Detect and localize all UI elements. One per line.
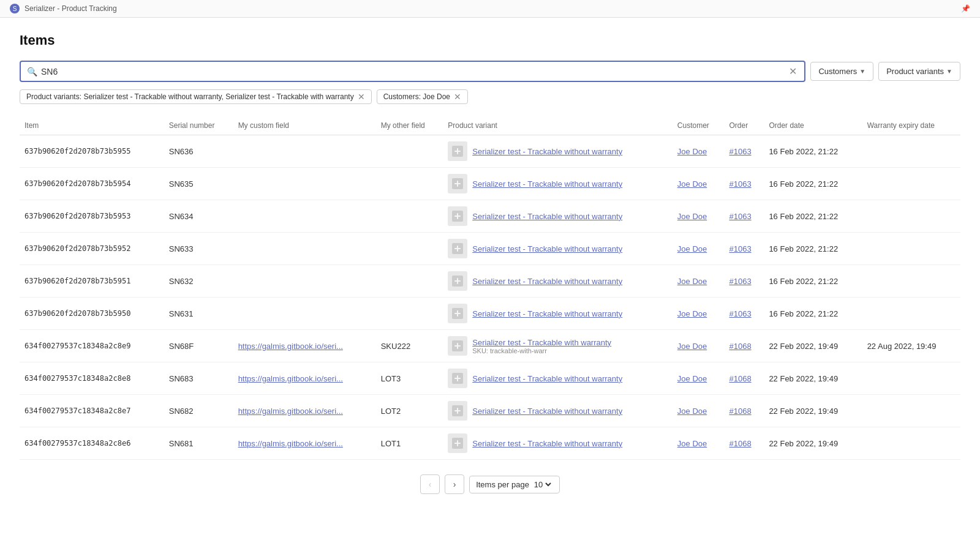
customers-tag-text: Customers: Joe Doe bbox=[383, 92, 450, 101]
cell-warranty bbox=[862, 427, 960, 460]
order-link[interactable]: #1068 bbox=[729, 374, 751, 383]
cell-customer: Joe Doe bbox=[673, 427, 725, 460]
custom-field-link[interactable]: https://galmis.gitbook.io/seri... bbox=[238, 342, 343, 351]
order-link[interactable]: #1068 bbox=[729, 407, 751, 416]
product-variant-name[interactable]: Serializer test - Trackable without warr… bbox=[472, 179, 622, 189]
cell-other-field: SKU222 bbox=[376, 330, 443, 362]
order-link[interactable]: #1063 bbox=[729, 277, 751, 286]
customers-filter-label: Customers bbox=[818, 67, 857, 76]
product-variant-name[interactable]: Serializer test - Trackable without warr… bbox=[472, 407, 622, 416]
customer-link[interactable]: Joe Doe bbox=[677, 147, 707, 156]
product-variant-name[interactable]: Serializer test - Trackable without warr… bbox=[472, 374, 622, 383]
col-order: Order bbox=[724, 116, 764, 135]
cell-custom-field[interactable]: https://galmis.gitbook.io/seri... bbox=[233, 395, 376, 427]
customer-link[interactable]: Joe Doe bbox=[677, 439, 707, 448]
cell-product-variant: Serializer test - Trackable without warr… bbox=[443, 168, 673, 200]
order-link[interactable]: #1063 bbox=[729, 212, 751, 221]
table-row: 637b90620f2d2078b73b5951SN632 Serializer… bbox=[20, 265, 960, 298]
product-thumbnail bbox=[448, 239, 467, 258]
cell-warranty: 22 Aug 2022, 19:49 bbox=[862, 330, 960, 362]
product-variant-name[interactable]: Serializer test - Trackable without warr… bbox=[472, 439, 622, 448]
customer-link[interactable]: Joe Doe bbox=[677, 342, 707, 351]
cell-other-field bbox=[376, 168, 443, 200]
table-header: Item Serial number My custom field My ot… bbox=[20, 116, 960, 135]
remove-product-variants-tag-button[interactable]: ✕ bbox=[358, 92, 365, 101]
customer-link[interactable]: Joe Doe bbox=[677, 212, 707, 221]
product-variant-name[interactable]: Serializer test - Trackable without warr… bbox=[472, 244, 622, 253]
product-variants-tag: Product variants: Serializer test - Trac… bbox=[20, 89, 372, 104]
cell-serial: SN631 bbox=[164, 298, 233, 330]
custom-field-link[interactable]: https://galmis.gitbook.io/seri... bbox=[238, 407, 343, 416]
product-variant-name[interactable]: Serializer test - Trackable with warrant… bbox=[472, 338, 611, 347]
cell-product-variant: Serializer test - Trackable without warr… bbox=[443, 265, 673, 298]
prev-page-button[interactable]: ‹ bbox=[420, 474, 440, 494]
cell-custom-field bbox=[233, 265, 376, 298]
title-bar: S Serializer - Product Tracking 📌 bbox=[0, 0, 980, 18]
product-variants-filter-button[interactable]: Product variants ▼ bbox=[878, 62, 960, 81]
items-per-page-select[interactable]: 10 25 50 bbox=[532, 479, 553, 490]
cell-item: 637b90620f2d2078b73b5951 bbox=[20, 265, 164, 298]
customers-filter-button[interactable]: Customers ▼ bbox=[810, 62, 873, 81]
customer-link[interactable]: Joe Doe bbox=[677, 407, 707, 416]
cell-custom-field[interactable]: https://galmis.gitbook.io/seri... bbox=[233, 427, 376, 460]
cell-serial: SN632 bbox=[164, 265, 233, 298]
cell-customer: Joe Doe bbox=[673, 233, 725, 265]
next-page-button[interactable]: › bbox=[445, 474, 464, 494]
pagination: ‹ › Items per page 10 25 50 bbox=[20, 474, 960, 494]
cell-customer: Joe Doe bbox=[673, 135, 725, 168]
order-link[interactable]: #1063 bbox=[729, 244, 751, 253]
product-variant-name[interactable]: Serializer test - Trackable without warr… bbox=[472, 309, 622, 318]
clear-search-button[interactable]: ✕ bbox=[788, 66, 798, 77]
cell-order-date: 16 Feb 2022, 21:22 bbox=[764, 168, 862, 200]
pin-icon[interactable]: 📌 bbox=[961, 4, 970, 13]
cell-product-variant: Serializer test - Trackable without warr… bbox=[443, 298, 673, 330]
custom-field-link[interactable]: https://galmis.gitbook.io/seri... bbox=[238, 439, 343, 448]
cell-serial: SN683 bbox=[164, 362, 233, 395]
order-link[interactable]: #1068 bbox=[729, 439, 751, 448]
cell-other-field bbox=[376, 298, 443, 330]
custom-field-link[interactable]: https://galmis.gitbook.io/seri... bbox=[238, 374, 343, 383]
cell-other-field: LOT1 bbox=[376, 427, 443, 460]
cell-serial: SN682 bbox=[164, 395, 233, 427]
chevron-down-icon: ▼ bbox=[859, 68, 865, 75]
order-link[interactable]: #1063 bbox=[729, 309, 751, 318]
product-variant-name[interactable]: Serializer test - Trackable without warr… bbox=[472, 212, 622, 221]
search-icon: 🔍 bbox=[27, 67, 37, 77]
cell-serial: SN634 bbox=[164, 200, 233, 233]
cell-warranty bbox=[862, 233, 960, 265]
cell-item: 637b90620f2d2078b73b5950 bbox=[20, 298, 164, 330]
customer-link[interactable]: Joe Doe bbox=[677, 244, 707, 253]
cell-custom-field bbox=[233, 168, 376, 200]
cell-order-date: 16 Feb 2022, 21:22 bbox=[764, 298, 862, 330]
cell-order: #1063 bbox=[724, 135, 764, 168]
cell-product-variant: Serializer test - Trackable without warr… bbox=[443, 395, 673, 427]
order-link[interactable]: #1068 bbox=[729, 342, 751, 351]
cell-other-field: LOT2 bbox=[376, 395, 443, 427]
customer-link[interactable]: Joe Doe bbox=[677, 309, 707, 318]
search-row: 🔍 ✕ Customers ▼ Product variants ▼ bbox=[20, 61, 960, 82]
customer-link[interactable]: Joe Doe bbox=[677, 374, 707, 383]
table-row: 634f00279537c18348a2c8e7SN682https://gal… bbox=[20, 395, 960, 427]
order-link[interactable]: #1063 bbox=[729, 147, 751, 156]
cell-serial: SN633 bbox=[164, 233, 233, 265]
customer-link[interactable]: Joe Doe bbox=[677, 277, 707, 286]
remove-customers-tag-button[interactable]: ✕ bbox=[454, 92, 461, 101]
cell-order-date: 16 Feb 2022, 21:22 bbox=[764, 233, 862, 265]
cell-customer: Joe Doe bbox=[673, 298, 725, 330]
product-variant-name[interactable]: Serializer test - Trackable without warr… bbox=[472, 147, 622, 156]
cell-custom-field[interactable]: https://galmis.gitbook.io/seri... bbox=[233, 330, 376, 362]
cell-custom-field[interactable]: https://galmis.gitbook.io/seri... bbox=[233, 362, 376, 395]
cell-serial: SN681 bbox=[164, 427, 233, 460]
col-custom-field: My custom field bbox=[233, 116, 376, 135]
order-link[interactable]: #1063 bbox=[729, 179, 751, 189]
search-input[interactable] bbox=[41, 67, 788, 77]
cell-customer: Joe Doe bbox=[673, 362, 725, 395]
table-row: 637b90620f2d2078b73b5953SN634 Serializer… bbox=[20, 200, 960, 233]
customer-link[interactable]: Joe Doe bbox=[677, 179, 707, 189]
product-variant-name[interactable]: Serializer test - Trackable without warr… bbox=[472, 277, 622, 286]
cell-item: 634f00279537c18348a2c8e6 bbox=[20, 427, 164, 460]
cell-other-field bbox=[376, 265, 443, 298]
cell-product-variant: Serializer test - Trackable with warrant… bbox=[443, 330, 673, 362]
search-box: 🔍 ✕ bbox=[20, 61, 805, 82]
cell-item: 634f00279537c18348a2c8e7 bbox=[20, 395, 164, 427]
